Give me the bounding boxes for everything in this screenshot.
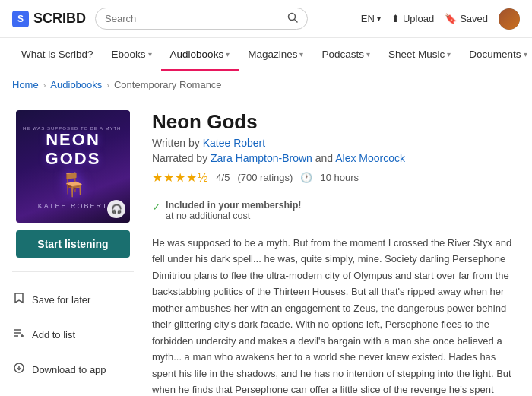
membership-text: Included in your membership! at no addit… [166, 200, 302, 221]
chevron-down-icon: ▾ [299, 50, 303, 59]
rating-value: 4/5 [216, 172, 230, 183]
search-bar [95, 8, 308, 30]
svg-line-1 [295, 20, 298, 23]
book-description: He was supposed to be a myth. But from t… [152, 235, 520, 396]
download-icon [12, 362, 26, 377]
header-right: EN ▾ ⬆ Upload 🔖 Saved [361, 8, 520, 30]
nav-item-podcasts[interactable]: Podcasts ▾ [312, 38, 379, 71]
book-narrator-line: Narrated by Zara Hampton-Brown and Alex … [152, 152, 520, 164]
narrator2-link[interactable]: Alex Moorcock [335, 152, 405, 164]
bookmark-outline-icon [12, 292, 26, 307]
cover-title: NEON GODS [40, 131, 107, 167]
star-rating: ★★★★½ [152, 170, 208, 185]
breadcrumb-home[interactable]: Home [12, 79, 39, 90]
headphone-badge: 🎧 [107, 200, 125, 218]
main-content: HE WAS SUPPOSED TO BE A MYTH. NEON GODS … [0, 98, 532, 396]
logo-icon: S [12, 11, 29, 27]
bookmark-icon: 🔖 [445, 13, 457, 24]
site-header: S SCRIBD EN ▾ ⬆ Upload 🔖 Saved [0, 0, 532, 38]
book-title: Neon Gods [152, 110, 520, 134]
avatar[interactable] [499, 8, 520, 30]
save-for-later-button[interactable]: Save for later [12, 286, 134, 313]
book-cover: HE WAS SUPPOSED TO BE A MYTH. NEON GODS … [16, 110, 130, 223]
nav-item-ebooks[interactable]: Ebooks ▾ [103, 38, 161, 71]
search-input[interactable] [105, 13, 281, 24]
rating-count: (700 ratings) [237, 172, 293, 183]
list-add-icon [12, 327, 26, 342]
narrator1-link[interactable]: Zara Hampton-Brown [211, 152, 312, 164]
share-button[interactable]: Share [12, 391, 134, 396]
cover-author-text: KATEE ROBERT [38, 202, 109, 210]
chevron-down-icon: ▾ [148, 50, 152, 59]
chevron-down-icon: ▾ [226, 50, 230, 59]
rating-row: ★★★★½ 4/5 (700 ratings) 🕐 10 hours [152, 170, 520, 185]
breadcrumb-sep-2: › [106, 81, 109, 90]
start-listening-button[interactable]: Start listening [16, 230, 130, 258]
main-nav: What is Scribd? Ebooks ▾ Audiobooks ▾ Ma… [0, 38, 532, 71]
download-to-app-button[interactable]: Download to app [12, 356, 134, 383]
cover-chair-icon: 🪑 [59, 171, 87, 198]
right-column: Neon Gods Written by Katee Robert Narrat… [152, 110, 520, 396]
author-link[interactable]: Katee Robert [203, 137, 266, 149]
search-icon [287, 12, 298, 25]
add-to-list-button[interactable]: Add to list [12, 321, 134, 348]
nav-item-documents[interactable]: Documents ▾ [460, 38, 532, 71]
saved-button[interactable]: 🔖 Saved [445, 13, 488, 24]
logo[interactable]: S SCRIBD [12, 11, 86, 27]
logo-text: SCRIBD [33, 11, 86, 27]
breadcrumb-audiobooks[interactable]: Audiobooks [50, 79, 102, 90]
language-selector[interactable]: EN ▾ [361, 13, 381, 24]
check-icon: ✓ [152, 201, 161, 213]
breadcrumb-current: Contemporary Romance [114, 79, 222, 90]
book-author-line: Written by Katee Robert [152, 137, 520, 149]
membership-badge: ✓ Included in your membership! at no add… [152, 194, 520, 227]
clock-icon: 🕐 [300, 172, 312, 183]
nav-item-sheet-music[interactable]: Sheet Music ▾ [379, 38, 460, 71]
breadcrumb: Home › Audiobooks › Contemporary Romance [0, 71, 532, 98]
nav-item-magazines[interactable]: Magazines ▾ [239, 38, 312, 71]
chevron-down-icon: ▾ [447, 50, 451, 59]
breadcrumb-sep-1: › [43, 81, 46, 90]
upload-button[interactable]: ⬆ Upload [391, 13, 434, 24]
nav-item-what-is-scribd[interactable]: What is Scribd? [12, 38, 103, 71]
chevron-down-icon: ▾ [524, 50, 527, 59]
nav-item-audiobooks[interactable]: Audiobooks ▾ [161, 38, 239, 71]
upload-icon: ⬆ [391, 13, 400, 24]
left-column: HE WAS SUPPOSED TO BE A MYTH. NEON GODS … [12, 110, 134, 396]
duration: 10 hours [320, 172, 359, 183]
chevron-down-icon: ▾ [377, 14, 381, 23]
chevron-down-icon: ▾ [366, 50, 370, 59]
